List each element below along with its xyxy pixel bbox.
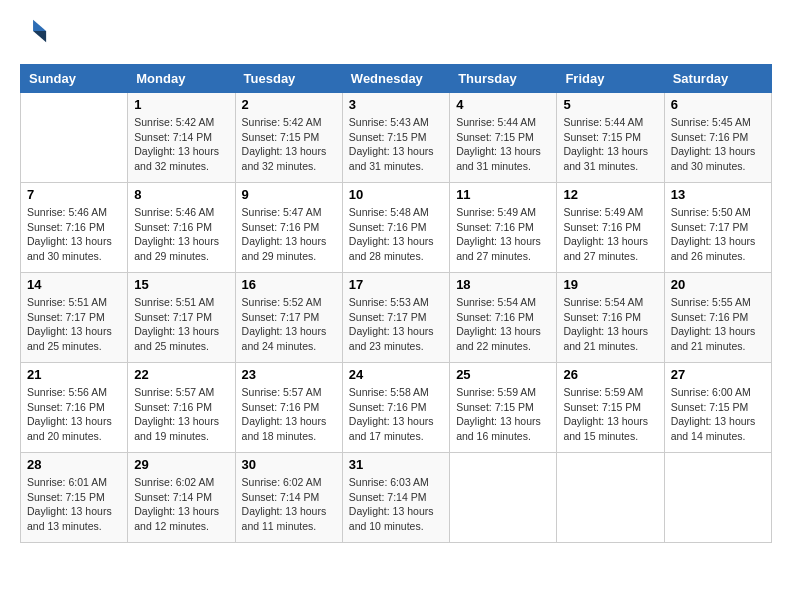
day-detail: Sunrise: 5:52 AM Sunset: 7:17 PM Dayligh… (242, 295, 336, 354)
day-detail: Sunrise: 5:54 AM Sunset: 7:16 PM Dayligh… (563, 295, 657, 354)
calendar-week-2: 7Sunrise: 5:46 AM Sunset: 7:16 PM Daylig… (21, 183, 772, 273)
day-number: 30 (242, 457, 336, 472)
day-number: 16 (242, 277, 336, 292)
day-number: 18 (456, 277, 550, 292)
calendar-cell: 4Sunrise: 5:44 AM Sunset: 7:15 PM Daylig… (450, 93, 557, 183)
day-detail: Sunrise: 5:50 AM Sunset: 7:17 PM Dayligh… (671, 205, 765, 264)
calendar-cell: 12Sunrise: 5:49 AM Sunset: 7:16 PM Dayli… (557, 183, 664, 273)
calendar-cell: 9Sunrise: 5:47 AM Sunset: 7:16 PM Daylig… (235, 183, 342, 273)
day-number: 9 (242, 187, 336, 202)
day-detail: Sunrise: 5:44 AM Sunset: 7:15 PM Dayligh… (563, 115, 657, 174)
day-number: 22 (134, 367, 228, 382)
day-number: 3 (349, 97, 443, 112)
day-detail: Sunrise: 5:51 AM Sunset: 7:17 PM Dayligh… (27, 295, 121, 354)
header-day-saturday: Saturday (664, 65, 771, 93)
day-detail: Sunrise: 5:45 AM Sunset: 7:16 PM Dayligh… (671, 115, 765, 174)
day-number: 15 (134, 277, 228, 292)
day-detail: Sunrise: 5:51 AM Sunset: 7:17 PM Dayligh… (134, 295, 228, 354)
day-number: 4 (456, 97, 550, 112)
calendar-cell: 26Sunrise: 5:59 AM Sunset: 7:15 PM Dayli… (557, 363, 664, 453)
calendar-cell (21, 93, 128, 183)
calendar-cell: 20Sunrise: 5:55 AM Sunset: 7:16 PM Dayli… (664, 273, 771, 363)
header-day-thursday: Thursday (450, 65, 557, 93)
calendar-cell: 15Sunrise: 5:51 AM Sunset: 7:17 PM Dayli… (128, 273, 235, 363)
page-header (20, 20, 772, 48)
calendar-cell: 29Sunrise: 6:02 AM Sunset: 7:14 PM Dayli… (128, 453, 235, 543)
calendar-week-1: 1Sunrise: 5:42 AM Sunset: 7:14 PM Daylig… (21, 93, 772, 183)
day-number: 2 (242, 97, 336, 112)
calendar-cell: 30Sunrise: 6:02 AM Sunset: 7:14 PM Dayli… (235, 453, 342, 543)
calendar-cell: 27Sunrise: 6:00 AM Sunset: 7:15 PM Dayli… (664, 363, 771, 453)
calendar-cell: 6Sunrise: 5:45 AM Sunset: 7:16 PM Daylig… (664, 93, 771, 183)
calendar-cell: 23Sunrise: 5:57 AM Sunset: 7:16 PM Dayli… (235, 363, 342, 453)
day-number: 25 (456, 367, 550, 382)
day-number: 1 (134, 97, 228, 112)
calendar-cell (557, 453, 664, 543)
header-day-friday: Friday (557, 65, 664, 93)
day-detail: Sunrise: 5:46 AM Sunset: 7:16 PM Dayligh… (134, 205, 228, 264)
day-detail: Sunrise: 5:42 AM Sunset: 7:14 PM Dayligh… (134, 115, 228, 174)
day-detail: Sunrise: 5:55 AM Sunset: 7:16 PM Dayligh… (671, 295, 765, 354)
day-detail: Sunrise: 5:46 AM Sunset: 7:16 PM Dayligh… (27, 205, 121, 264)
svg-marker-0 (33, 20, 46, 31)
header-day-monday: Monday (128, 65, 235, 93)
calendar-cell: 13Sunrise: 5:50 AM Sunset: 7:17 PM Dayli… (664, 183, 771, 273)
header-day-tuesday: Tuesday (235, 65, 342, 93)
day-number: 26 (563, 367, 657, 382)
calendar-week-4: 21Sunrise: 5:56 AM Sunset: 7:16 PM Dayli… (21, 363, 772, 453)
calendar-cell: 7Sunrise: 5:46 AM Sunset: 7:16 PM Daylig… (21, 183, 128, 273)
day-number: 24 (349, 367, 443, 382)
day-detail: Sunrise: 5:53 AM Sunset: 7:17 PM Dayligh… (349, 295, 443, 354)
calendar-cell (450, 453, 557, 543)
calendar-cell: 17Sunrise: 5:53 AM Sunset: 7:17 PM Dayli… (342, 273, 449, 363)
day-number: 8 (134, 187, 228, 202)
calendar-cell: 11Sunrise: 5:49 AM Sunset: 7:16 PM Dayli… (450, 183, 557, 273)
calendar-cell: 22Sunrise: 5:57 AM Sunset: 7:16 PM Dayli… (128, 363, 235, 453)
calendar-cell: 21Sunrise: 5:56 AM Sunset: 7:16 PM Dayli… (21, 363, 128, 453)
day-number: 20 (671, 277, 765, 292)
day-detail: Sunrise: 5:54 AM Sunset: 7:16 PM Dayligh… (456, 295, 550, 354)
svg-marker-1 (33, 31, 46, 42)
day-number: 23 (242, 367, 336, 382)
calendar-cell: 31Sunrise: 6:03 AM Sunset: 7:14 PM Dayli… (342, 453, 449, 543)
day-detail: Sunrise: 6:02 AM Sunset: 7:14 PM Dayligh… (134, 475, 228, 534)
day-detail: Sunrise: 5:47 AM Sunset: 7:16 PM Dayligh… (242, 205, 336, 264)
day-detail: Sunrise: 6:03 AM Sunset: 7:14 PM Dayligh… (349, 475, 443, 534)
calendar-cell: 24Sunrise: 5:58 AM Sunset: 7:16 PM Dayli… (342, 363, 449, 453)
day-number: 17 (349, 277, 443, 292)
calendar-cell: 25Sunrise: 5:59 AM Sunset: 7:15 PM Dayli… (450, 363, 557, 453)
day-detail: Sunrise: 5:58 AM Sunset: 7:16 PM Dayligh… (349, 385, 443, 444)
day-number: 14 (27, 277, 121, 292)
calendar-week-5: 28Sunrise: 6:01 AM Sunset: 7:15 PM Dayli… (21, 453, 772, 543)
day-number: 5 (563, 97, 657, 112)
logo-icon (20, 18, 48, 46)
calendar-header-row: SundayMondayTuesdayWednesdayThursdayFrid… (21, 65, 772, 93)
day-detail: Sunrise: 5:42 AM Sunset: 7:15 PM Dayligh… (242, 115, 336, 174)
day-number: 11 (456, 187, 550, 202)
day-number: 29 (134, 457, 228, 472)
calendar-cell: 8Sunrise: 5:46 AM Sunset: 7:16 PM Daylig… (128, 183, 235, 273)
day-detail: Sunrise: 6:01 AM Sunset: 7:15 PM Dayligh… (27, 475, 121, 534)
calendar-cell: 5Sunrise: 5:44 AM Sunset: 7:15 PM Daylig… (557, 93, 664, 183)
calendar-cell: 18Sunrise: 5:54 AM Sunset: 7:16 PM Dayli… (450, 273, 557, 363)
day-detail: Sunrise: 5:49 AM Sunset: 7:16 PM Dayligh… (456, 205, 550, 264)
calendar-cell: 10Sunrise: 5:48 AM Sunset: 7:16 PM Dayli… (342, 183, 449, 273)
day-detail: Sunrise: 5:43 AM Sunset: 7:15 PM Dayligh… (349, 115, 443, 174)
calendar-cell (664, 453, 771, 543)
calendar-cell: 16Sunrise: 5:52 AM Sunset: 7:17 PM Dayli… (235, 273, 342, 363)
day-detail: Sunrise: 6:00 AM Sunset: 7:15 PM Dayligh… (671, 385, 765, 444)
calendar-week-3: 14Sunrise: 5:51 AM Sunset: 7:17 PM Dayli… (21, 273, 772, 363)
day-number: 7 (27, 187, 121, 202)
calendar-cell: 3Sunrise: 5:43 AM Sunset: 7:15 PM Daylig… (342, 93, 449, 183)
day-number: 13 (671, 187, 765, 202)
calendar-cell: 1Sunrise: 5:42 AM Sunset: 7:14 PM Daylig… (128, 93, 235, 183)
day-number: 21 (27, 367, 121, 382)
day-detail: Sunrise: 5:49 AM Sunset: 7:16 PM Dayligh… (563, 205, 657, 264)
day-detail: Sunrise: 5:57 AM Sunset: 7:16 PM Dayligh… (242, 385, 336, 444)
day-number: 10 (349, 187, 443, 202)
day-number: 19 (563, 277, 657, 292)
day-detail: Sunrise: 6:02 AM Sunset: 7:14 PM Dayligh… (242, 475, 336, 534)
day-number: 31 (349, 457, 443, 472)
day-detail: Sunrise: 5:48 AM Sunset: 7:16 PM Dayligh… (349, 205, 443, 264)
header-day-wednesday: Wednesday (342, 65, 449, 93)
